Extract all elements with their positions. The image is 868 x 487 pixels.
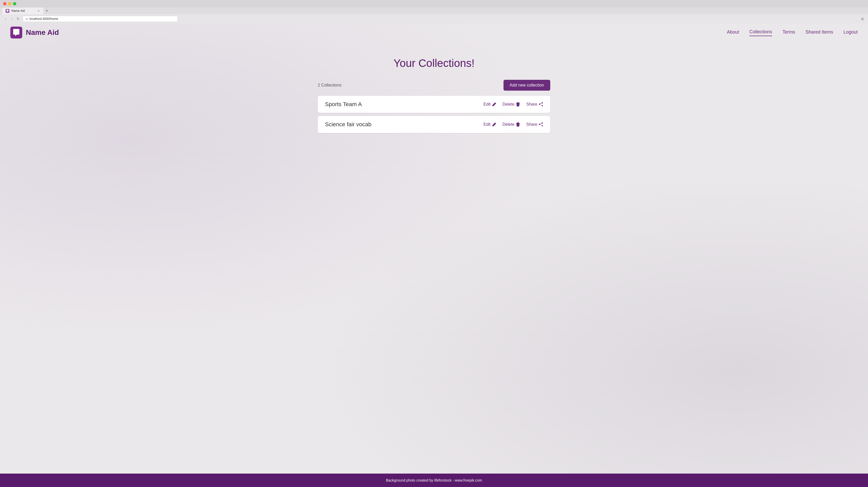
- delete-button-0[interactable]: Delete: [502, 102, 520, 107]
- collections-count: 2 Collections: [318, 83, 342, 88]
- back-button[interactable]: ‹: [3, 16, 8, 22]
- share-icon: [539, 102, 543, 106]
- collection-actions: Edit Delete Share: [483, 102, 543, 107]
- edit-label: Edit: [483, 122, 491, 127]
- edit-icon: [492, 102, 496, 106]
- reload-button[interactable]: ↻: [16, 16, 21, 22]
- nav-link-about[interactable]: About: [727, 29, 739, 36]
- address-bar-row: ‹ › ↻ ⊙ localhost:3000/home ☆: [0, 14, 868, 24]
- nav-link-logout[interactable]: Logout: [843, 29, 858, 36]
- trash-icon: [516, 102, 520, 106]
- lock-icon: ⊙: [26, 17, 28, 21]
- share-label: Share: [526, 102, 537, 107]
- edit-label: Edit: [483, 102, 491, 107]
- collection-name: Science fair vocab: [325, 121, 371, 128]
- close-button[interactable]: [3, 2, 6, 5]
- share-icon: [539, 122, 543, 127]
- nav-links: About Collections Terms Shared Items Log…: [727, 29, 858, 36]
- tab-title: Name Aid: [11, 9, 25, 13]
- collections-container: 2 Collections Add new collection Sports …: [318, 80, 550, 136]
- nav-link-collections[interactable]: Collections: [749, 29, 772, 36]
- delete-button-1[interactable]: Delete: [502, 122, 520, 127]
- collection-actions: Edit Delete Share: [483, 122, 543, 127]
- nav-link-shared-items[interactable]: Shared Items: [805, 29, 833, 36]
- address-bar[interactable]: ⊙ localhost:3000/home: [23, 16, 178, 22]
- app-wrapper: Name Aid About Collections Terms Shared …: [0, 24, 868, 487]
- collection-row: Sports Team A Edit Delete Share: [318, 96, 550, 113]
- address-text: localhost:3000/home: [29, 17, 58, 21]
- page-title: Your Collections!: [394, 57, 474, 69]
- footer: Background photo created by lifeforstock…: [0, 474, 868, 487]
- collections-header: 2 Collections Add new collection: [318, 80, 550, 91]
- share-label: Share: [526, 122, 537, 127]
- delete-label: Delete: [502, 122, 514, 127]
- star-icon[interactable]: ☆: [860, 16, 865, 22]
- add-collection-button[interactable]: Add new collection: [503, 80, 550, 91]
- traffic-lights: [3, 2, 16, 5]
- new-tab-button[interactable]: +: [43, 8, 51, 14]
- tab-bar: Name Aid ✕ +: [0, 7, 868, 14]
- forward-button[interactable]: ›: [9, 16, 14, 22]
- nav-link-terms[interactable]: Terms: [782, 29, 795, 36]
- brand-name: Name Aid: [26, 28, 59, 37]
- collection-name: Sports Team A: [325, 101, 362, 108]
- nav-brand[interactable]: Name Aid: [10, 27, 59, 38]
- title-bar: [0, 0, 868, 7]
- browser-chrome: Name Aid ✕ + ‹ › ↻ ⊙ localhost:3000/home…: [0, 0, 868, 24]
- edit-button-0[interactable]: Edit: [483, 102, 496, 107]
- maximize-button[interactable]: [13, 2, 16, 5]
- tab-close-icon[interactable]: ✕: [37, 9, 40, 13]
- share-button-1[interactable]: Share: [526, 122, 543, 127]
- edit-button-1[interactable]: Edit: [483, 122, 496, 127]
- main-content: Your Collections! 2 Collections Add new …: [0, 41, 868, 474]
- trash-icon: [516, 122, 520, 127]
- nav-buttons: ‹ › ↻: [3, 16, 21, 22]
- brand-icon: [10, 27, 22, 38]
- collection-row: Science fair vocab Edit Delete Share: [318, 116, 550, 133]
- minimize-button[interactable]: [8, 2, 11, 5]
- tab-favicon: [6, 9, 9, 13]
- edit-icon: [492, 122, 496, 127]
- active-tab[interactable]: Name Aid ✕: [2, 7, 43, 14]
- browser-toolbar-icons: ☆: [860, 16, 865, 22]
- share-button-0[interactable]: Share: [526, 102, 543, 107]
- delete-label: Delete: [502, 102, 514, 107]
- main-nav: Name Aid About Collections Terms Shared …: [0, 24, 868, 41]
- footer-text: Background photo created by lifeforstock…: [386, 478, 482, 482]
